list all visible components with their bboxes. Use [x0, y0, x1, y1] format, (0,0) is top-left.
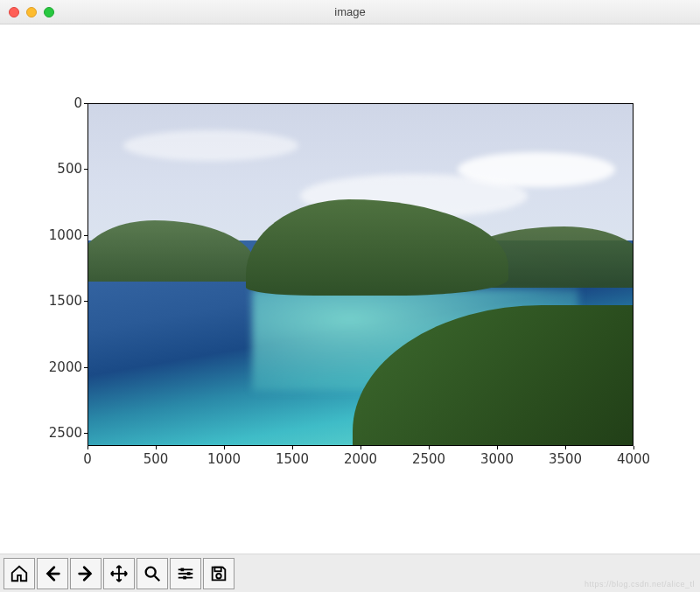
displayed-image	[88, 104, 633, 445]
y-tick-label: 2500	[30, 425, 82, 441]
x-tick-label: 3000	[480, 451, 514, 467]
close-window-button[interactable]	[9, 7, 19, 17]
minimize-window-button[interactable]	[26, 7, 37, 17]
pan-button[interactable]	[103, 558, 135, 589]
x-tick-label: 500	[144, 451, 169, 467]
zoom-button[interactable]	[136, 558, 168, 589]
x-tick-label: 0	[83, 451, 92, 467]
save-button[interactable]	[203, 558, 234, 589]
svg-point-0	[146, 567, 156, 576]
window-titlebar: image	[0, 0, 700, 24]
configure-subplots-button[interactable]	[170, 558, 201, 589]
x-tick-label: 3500	[549, 451, 582, 467]
home-button[interactable]	[4, 558, 35, 589]
forward-button[interactable]	[70, 558, 102, 589]
y-tick-label: 500	[30, 161, 82, 177]
move-icon	[109, 564, 129, 583]
x-tick-label: 2500	[412, 451, 445, 467]
svg-rect-2	[187, 572, 191, 575]
svg-rect-3	[183, 575, 186, 579]
svg-rect-4	[214, 567, 220, 571]
x-tick-label: 2000	[344, 451, 377, 467]
fullscreen-window-button[interactable]	[44, 7, 54, 17]
y-tick-label: 1500	[30, 293, 82, 309]
y-tick-label: 1000	[30, 227, 82, 243]
home-icon	[10, 564, 29, 583]
y-tick-label: 0	[30, 95, 82, 111]
arrow-left-icon	[43, 564, 62, 583]
svg-point-5	[216, 574, 221, 579]
figure-canvas[interactable]: 0 500 1000 1500 2000 2500 0 500 1000 150…	[0, 24, 700, 554]
image-axes[interactable]	[88, 103, 634, 446]
watermark-text: https://blog.csdn.net/alice_tl	[584, 580, 695, 589]
save-icon	[209, 564, 228, 583]
sliders-icon	[176, 564, 195, 583]
window-controls	[9, 7, 54, 17]
window-title: image	[334, 5, 365, 18]
svg-rect-1	[181, 568, 185, 571]
magnifier-icon	[143, 564, 162, 583]
x-tick-label: 1500	[276, 451, 309, 467]
arrow-right-icon	[76, 564, 95, 583]
x-tick-label: 1000	[207, 451, 241, 467]
back-button[interactable]	[37, 558, 68, 589]
x-tick-label: 4000	[617, 451, 650, 467]
y-tick-label: 2000	[30, 359, 82, 375]
